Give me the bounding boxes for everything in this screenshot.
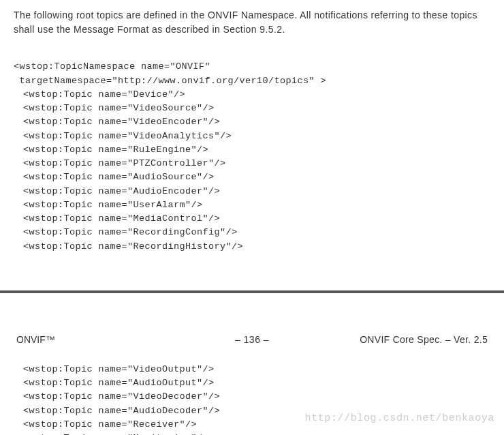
code-line: <wstop:Topic name="Device"/> [14, 89, 185, 100]
code-line: <wstop:Topic name="VideoAnalytics"/> [14, 131, 232, 141]
code-line: <wstop:Topic name="VideoEncoder"/> [14, 117, 220, 127]
code-line: <wstop:Topic name="RecordingHistory"/> [14, 241, 243, 252]
code-line: <wstop:Topic name="AudioOutput"/> [14, 378, 215, 388]
code-block-2: <wstop:Topic name="VideoOutput"/> <wstop… [0, 363, 504, 435]
code-block-1: <wstop:TopicNamespace name="ONVIF" targe… [0, 44, 504, 256]
code-line: <wstop:TopicNamespace name="ONVIF" [14, 61, 210, 72]
code-line: <wstop:Topic name="RuleEngine"/> [14, 145, 208, 155]
code-line: <wstop:Topic name="UserAlarm"/> [14, 200, 203, 210]
watermark: http://blog.csdn.net/benkaoya [305, 412, 494, 424]
footer-page-number: – 136 – [174, 334, 331, 345]
intro-paragraph: The following root topics are defined in… [0, 0, 504, 44]
code-line: <wstop:Topic name="MediaControl"/> [14, 213, 220, 224]
code-line: <wstop:Topic name="AudioDecoder"/> [14, 406, 220, 416]
code-line: targetNamespace="http://www.onvif.org/ve… [14, 76, 326, 86]
code-line: <wstop:Topic name="AudioEncoder"/> [14, 186, 220, 196]
code-line: <wstop:Topic name="VideoOutput"/> [14, 364, 215, 374]
code-line: <wstop:Topic name="AudioSource"/> [14, 172, 215, 182]
code-line: <wstop:Topic name="PTZController"/> [14, 158, 226, 168]
footer-spec-version: ONVIF Core Spec. – Ver. 2.5 [330, 334, 488, 345]
code-line: <wstop:Topic name="VideoSource"/> [14, 103, 215, 113]
code-line: <wstop:Topic name="RecordingConfig"/> [14, 227, 238, 237]
footer-brand: ONVIF™ [16, 334, 174, 345]
code-line: <wstop:Topic name="VideoDecoder"/> [14, 391, 220, 402]
code-line: <wstop:Topic name="Receiver"/> [14, 419, 197, 430]
page-footer: ONVIF™ – 136 – ONVIF Core Spec. – Ver. 2… [0, 293, 504, 363]
